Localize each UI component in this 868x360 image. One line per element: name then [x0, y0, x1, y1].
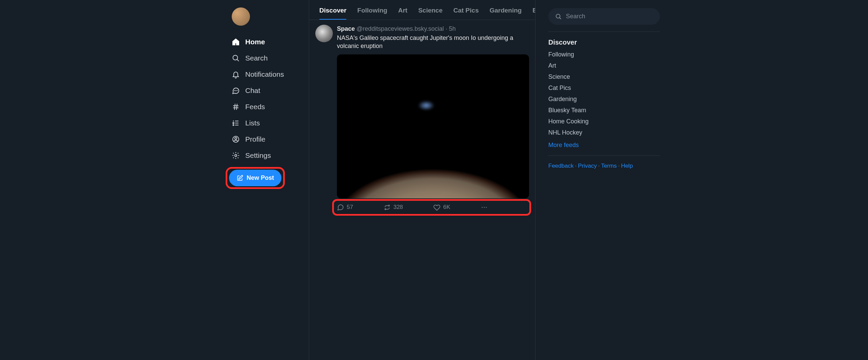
svg-line-1	[237, 59, 239, 62]
svg-line-7	[234, 104, 235, 110]
svg-line-22	[559, 17, 561, 19]
footer-privacy[interactable]: Privacy	[578, 163, 597, 169]
search-input[interactable]	[566, 13, 653, 20]
feed-item-science[interactable]: Science	[548, 73, 664, 80]
svg-point-2	[234, 91, 235, 91]
profile-icon	[232, 135, 240, 143]
nav-lists[interactable]: Lists	[229, 115, 309, 131]
divider	[548, 155, 660, 156]
nav-chat[interactable]: Chat	[229, 82, 309, 99]
svg-rect-11	[233, 123, 234, 124]
svg-point-19	[484, 207, 485, 208]
feed-item-gardening[interactable]: Gardening	[548, 96, 664, 103]
nav-label: Settings	[245, 151, 271, 160]
discover-heading: Discover	[548, 39, 664, 46]
footer-help[interactable]: Help	[621, 163, 633, 169]
svg-line-8	[236, 104, 237, 110]
repost-count: 328	[393, 204, 403, 211]
more-icon	[481, 204, 488, 211]
footer-feedback[interactable]: Feedback	[548, 163, 574, 169]
feed-item-blueskyteam[interactable]: Bluesky Team	[548, 107, 664, 114]
post-author-avatar[interactable]	[315, 25, 333, 42]
tab-bluesky[interactable]: Bluesk	[527, 0, 535, 20]
svg-point-4	[237, 91, 237, 91]
tab-art[interactable]: Art	[393, 0, 413, 20]
tab-following[interactable]: Following	[352, 0, 393, 20]
divider	[548, 31, 660, 32]
nav-label: Chat	[245, 87, 260, 95]
post-actions: 57 328 6K	[313, 201, 531, 214]
footer-terms[interactable]: Terms	[601, 163, 617, 169]
post-separator: ·	[446, 25, 449, 32]
chat-icon	[232, 87, 240, 95]
nav-settings[interactable]: Settings	[229, 147, 309, 164]
like-button[interactable]: 6K	[433, 204, 450, 211]
footer-links: Feedback·Privacy·Terms·Help	[548, 163, 664, 169]
svg-point-16	[235, 138, 237, 140]
nav-search[interactable]: Search	[229, 50, 309, 66]
nav-label: Home	[245, 38, 265, 46]
new-post-button[interactable]: New Post	[229, 170, 281, 186]
feed-tabs: Discover Following Art Science Cat Pics …	[309, 0, 535, 20]
avatar[interactable]	[232, 7, 250, 26]
post[interactable]: Space @redditspaceviewes.bsky.social · 5…	[309, 20, 535, 217]
like-count: 6K	[443, 204, 450, 211]
bell-icon	[232, 70, 240, 78]
lists-icon	[232, 119, 240, 127]
nav-label: Profile	[245, 135, 266, 143]
feed-list: Following Art Science Cat Pics Gardening…	[548, 51, 664, 149]
repost-button[interactable]: 328	[384, 204, 403, 211]
main-feed: Discover Following Art Science Cat Pics …	[309, 0, 535, 360]
search-icon	[555, 13, 562, 20]
tab-gardening[interactable]: Gardening	[484, 0, 527, 20]
tab-science[interactable]: Science	[413, 0, 448, 20]
nav-label: Lists	[245, 119, 260, 127]
post-author-name[interactable]: Space	[337, 25, 355, 32]
right-sidebar: Discover Following Art Science Cat Pics …	[535, 0, 664, 360]
svg-point-18	[482, 207, 483, 208]
reply-icon	[337, 204, 344, 211]
post-author-handle[interactable]: @redditspaceviewes.bsky.social	[357, 25, 444, 32]
more-feeds-link[interactable]: More feeds	[548, 142, 664, 149]
tab-discover[interactable]: Discover	[314, 0, 352, 20]
post-timestamp: 5h	[449, 25, 456, 32]
svg-point-17	[235, 154, 237, 157]
tab-catpics[interactable]: Cat Pics	[448, 0, 484, 20]
nav-home[interactable]: Home	[229, 34, 309, 50]
reply-count: 57	[347, 204, 353, 211]
image-content	[418, 100, 435, 111]
nav-label: Feeds	[245, 103, 265, 111]
new-post-label: New Post	[247, 174, 274, 182]
post-body: NASA's Galileo spacecraft caught Jupiter…	[337, 34, 529, 50]
left-sidebar: Home Search Notifications Chat Feeds	[174, 0, 309, 360]
search-box[interactable]	[548, 8, 660, 25]
nav-label: Notifications	[245, 70, 284, 78]
feed-item-catpics[interactable]: Cat Pics	[548, 85, 664, 92]
svg-point-13	[233, 125, 234, 126]
nav-profile[interactable]: Profile	[229, 131, 309, 147]
hash-icon	[232, 103, 240, 111]
reply-button[interactable]: 57	[337, 204, 353, 211]
feed-item-art[interactable]: Art	[548, 62, 664, 69]
svg-point-9	[233, 121, 234, 122]
feed-item-nhlhockey[interactable]: NHL Hockey	[548, 129, 664, 136]
home-icon	[232, 38, 240, 46]
nav-notifications[interactable]: Notifications	[229, 66, 309, 82]
more-button[interactable]	[481, 204, 488, 211]
svg-point-20	[486, 207, 487, 208]
repost-icon	[384, 204, 391, 211]
post-image[interactable]	[337, 54, 529, 198]
nav-feeds[interactable]: Feeds	[229, 99, 309, 115]
nav-label: Search	[245, 54, 268, 62]
svg-point-3	[236, 91, 236, 91]
feed-item-following[interactable]: Following	[548, 51, 664, 58]
settings-icon	[232, 151, 240, 160]
compose-icon	[236, 175, 243, 182]
svg-point-0	[233, 55, 238, 60]
svg-point-21	[556, 14, 560, 18]
heart-icon	[433, 204, 440, 211]
search-icon	[232, 54, 240, 62]
feed-item-homecooking[interactable]: Home Cooking	[548, 118, 664, 125]
